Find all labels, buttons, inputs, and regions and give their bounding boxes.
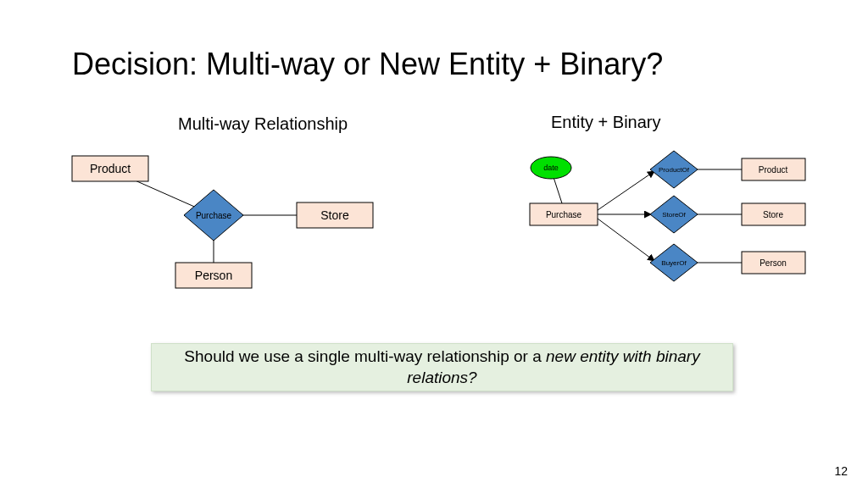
question-box: Should we use a single multi-way relatio… [151, 343, 733, 391]
svg-line-4 [598, 171, 654, 210]
label-store: Store [320, 208, 349, 222]
label-person: Person [195, 269, 232, 282]
label-buyerof: BuyerOf [661, 259, 687, 267]
label-product-r: Product [759, 165, 788, 175]
slide: Decision: Multi-way or New Entity + Bina… [0, 0, 868, 488]
label-product: Product [90, 162, 131, 175]
q-bold: multi-way relationship [354, 347, 509, 365]
page-number: 12 [834, 464, 848, 478]
label-purchase: Purchase [196, 211, 232, 220]
left-heading: Multi-way Relationship [178, 114, 348, 134]
label-person-r: Person [760, 258, 787, 268]
q-mid: or a [509, 347, 546, 365]
svg-line-6 [598, 219, 654, 261]
left-diagram: Product Store Person Purchase [68, 136, 407, 305]
slide-title: Decision: Multi-way or New Entity + Bina… [72, 47, 663, 82]
label-storeof: StoreOf [662, 211, 686, 219]
label-store-r: Store [763, 210, 783, 219]
right-diagram: date Purchase ProductOf StoreOf BuyerOf … [504, 136, 826, 305]
right-heading: Entity + Binary [551, 113, 661, 132]
label-purchase2: Purchase [546, 210, 582, 219]
label-date: date [543, 164, 559, 172]
label-productof: ProductOf [659, 166, 690, 174]
q-prefix: Should we use a single [184, 347, 354, 365]
